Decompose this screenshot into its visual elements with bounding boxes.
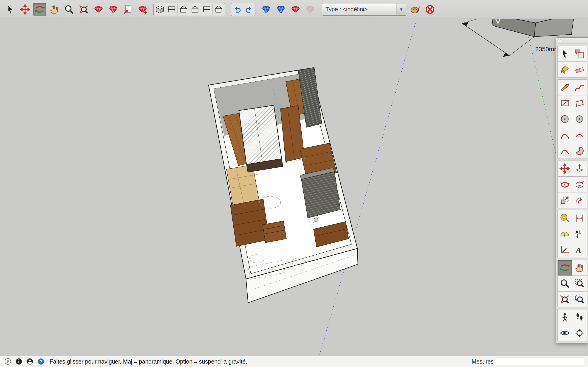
- circle-tool[interactable]: [558, 111, 572, 127]
- gem-blue-icon: [276, 4, 286, 15]
- credits-button[interactable]: [15, 357, 23, 366]
- right-view[interactable]: [189, 4, 201, 15]
- orbit-tool[interactable]: [33, 3, 46, 16]
- position-camera-tool[interactable]: [558, 309, 572, 325]
- arc-tool[interactable]: [558, 127, 572, 143]
- help-button[interactable]: ?: [37, 357, 45, 366]
- measures-input[interactable]: [496, 358, 584, 365]
- plugin-gem-1[interactable]: [92, 3, 105, 16]
- dimension-tool[interactable]: [572, 210, 587, 226]
- zoom-extents-tool[interactable]: [558, 292, 572, 307]
- redo-button[interactable]: [243, 4, 255, 15]
- move-tool[interactable]: [558, 161, 572, 176]
- move-tool[interactable]: [18, 3, 32, 16]
- two-point-arc-tool[interactable]: [572, 127, 587, 143]
- freehand-tool[interactable]: [572, 80, 587, 95]
- gem-faded-icon: [305, 4, 316, 15]
- scale-tool[interactable]: [558, 192, 572, 208]
- orbit-icon: [560, 262, 570, 273]
- pan-tool[interactable]: [572, 260, 587, 275]
- zoom-extents-tool[interactable]: [77, 3, 90, 16]
- top-view[interactable]: [166, 4, 178, 15]
- type-dropdown[interactable]: Type : <indéfini> ▾: [322, 3, 406, 16]
- plugin-gem-5[interactable]: [289, 3, 302, 16]
- target-tool[interactable]: [572, 325, 587, 341]
- left-view[interactable]: [213, 4, 224, 15]
- pan-tool[interactable]: [48, 3, 61, 16]
- chevron-down-icon[interactable]: ▾: [396, 3, 406, 15]
- dimension-icon: [574, 213, 585, 223]
- cursor-icon: [560, 48, 570, 59]
- polygon-tool[interactable]: [572, 111, 587, 127]
- plugin-gem-3[interactable]: [259, 3, 273, 16]
- component-icon: [574, 48, 585, 59]
- plugin-gem-6[interactable]: [304, 3, 317, 16]
- scale-icon: [560, 195, 570, 206]
- main-tools-segment: [4, 3, 149, 16]
- freehand-icon: [574, 82, 585, 93]
- gem-blue-icon: [261, 4, 271, 15]
- zoom-icon: [64, 4, 74, 15]
- walk-tool[interactable]: [572, 309, 587, 325]
- tape-measure-tool[interactable]: [558, 210, 572, 226]
- pie-icon: [574, 145, 585, 156]
- select-tool[interactable]: [558, 46, 572, 61]
- palette-titlebar[interactable]: [556, 38, 588, 44]
- model-canvas[interactable]: 2350mm: [0, 0, 588, 367]
- status-icons: ?: [4, 357, 45, 366]
- account-button[interactable]: [26, 357, 34, 366]
- line-tool[interactable]: [558, 80, 572, 95]
- three-point-arc-tool[interactable]: [558, 143, 572, 158]
- zoom-tool[interactable]: [62, 3, 76, 16]
- paint-bucket-tool[interactable]: [558, 62, 572, 77]
- rotated-rectangle-tool[interactable]: [572, 95, 587, 111]
- protractor-tool[interactable]: [558, 226, 572, 242]
- geolocation-button[interactable]: [4, 357, 12, 366]
- make-component-tool[interactable]: [572, 46, 587, 61]
- arc2-icon: [574, 130, 585, 140]
- back-view[interactable]: [201, 4, 213, 15]
- zoom-prev-icon: [574, 294, 585, 305]
- orbit-icon: [35, 4, 45, 15]
- paint-icon: [560, 64, 570, 75]
- text-tool[interactable]: A1: [572, 226, 587, 242]
- select-tool[interactable]: [4, 3, 17, 16]
- push-pull-tool[interactable]: [572, 161, 587, 176]
- styles-tool[interactable]: [409, 3, 422, 16]
- undo-button[interactable]: [232, 4, 243, 15]
- look-around-tool[interactable]: [558, 325, 572, 341]
- zoom-window-tool[interactable]: [572, 276, 587, 291]
- zoom-extents-icon: [560, 294, 570, 305]
- sheet-arrow-icon: [123, 4, 133, 15]
- rotate-tool[interactable]: [558, 177, 572, 192]
- plugin-gem-2[interactable]: [107, 3, 120, 16]
- eraser-tool[interactable]: [572, 62, 587, 77]
- front-view[interactable]: [178, 4, 189, 15]
- follow-me-tool[interactable]: [572, 177, 587, 192]
- pie-tool[interactable]: [572, 143, 587, 158]
- axes-tool[interactable]: [558, 242, 572, 258]
- iso-view[interactable]: [154, 4, 166, 15]
- plugin-gem-4[interactable]: [274, 3, 288, 16]
- target-icon: [574, 328, 585, 338]
- previous-view-tool[interactable]: [572, 292, 587, 307]
- top-toolbar: Type : <indéfini> ▾: [0, 0, 588, 19]
- followme-icon: [574, 179, 585, 190]
- room-model[interactable]: [208, 67, 358, 303]
- orbit-tool[interactable]: [558, 260, 572, 275]
- status-bar: ? Faites glisser pour naviguer. Maj = pa…: [0, 356, 588, 367]
- house-icon: [179, 5, 188, 14]
- circle-icon: [560, 114, 570, 124]
- move-icon: [560, 163, 570, 174]
- plugin-gem-add[interactable]: [136, 3, 149, 16]
- right-tools-segment: [409, 3, 437, 16]
- zoom-tool[interactable]: [558, 276, 572, 291]
- 3d-text-tool[interactable]: A: [572, 242, 587, 258]
- rectangle-tool[interactable]: [558, 95, 572, 111]
- house-side-icon: [190, 5, 199, 14]
- undo-icon: [233, 5, 242, 14]
- palette-close-button[interactable]: [558, 39, 561, 42]
- offset-tool[interactable]: [572, 192, 587, 208]
- plugin-export[interactable]: [121, 3, 135, 16]
- plugin-disable[interactable]: [423, 3, 437, 16]
